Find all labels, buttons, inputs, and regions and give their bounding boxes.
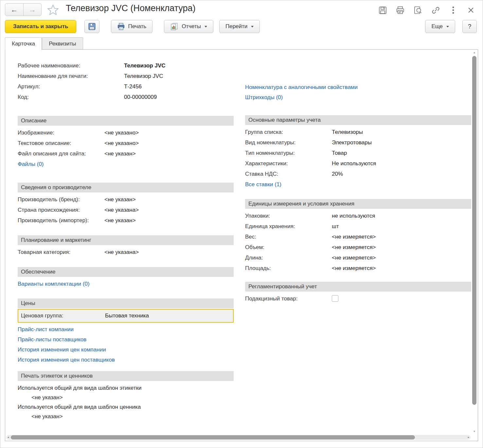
favorite-star-icon[interactable] (47, 4, 59, 16)
reports-button-label: Отчеты (182, 23, 201, 30)
pricetag-template-value[interactable]: <не указан> (18, 412, 234, 421)
back-button[interactable]: ← (5, 4, 23, 16)
scroll-up-arrow-icon[interactable]: ▲ (472, 51, 477, 55)
list-group-value: Телевизоры (332, 127, 471, 137)
price-history-suppliers-link[interactable]: История изменения цен поставщиков (18, 355, 115, 365)
section-labels-printing-title: Печать этикеток и ценников (18, 371, 234, 381)
goto-button[interactable]: Перейти (219, 20, 260, 33)
kit-variants-link[interactable]: Варианты комплектации (0) (18, 279, 90, 289)
price-group-value: Бытовая техника (105, 311, 230, 320)
files-link[interactable]: Файлы (0) (18, 159, 44, 169)
vertical-scrollbar[interactable]: ▲ ▼ (472, 51, 477, 434)
label-template-value[interactable]: <не указан> (18, 393, 234, 402)
price-lists-suppliers-link[interactable]: Прайс-листы поставщиков (18, 335, 86, 345)
titlebar: ← → Телевизор JVC (Номенклатура) (0, 0, 483, 19)
section-prices: Цены Ценовая группа: Бытовая техника Пра… (18, 298, 234, 365)
save-and-close-button[interactable]: Записать и закрыть (5, 20, 76, 33)
field-characteristics: Характеристики: Не используются (245, 159, 471, 169)
area-label: Площадь: (245, 263, 332, 273)
print-icon[interactable] (396, 6, 405, 15)
horizontal-scrollbar[interactable]: ◄ ► (6, 435, 471, 440)
reports-button[interactable]: Отчеты (164, 20, 213, 33)
all-rates-link[interactable]: Все ставки (1) (245, 180, 281, 189)
scroll-right-arrow-icon[interactable]: ► (467, 435, 471, 440)
nomenclature-kind-label: Вид номенклатуры: (245, 138, 332, 148)
save-icon[interactable] (378, 6, 387, 15)
section-manufacturer-title: Сведения о производителе (18, 183, 234, 192)
more-button-label: Еще (431, 23, 443, 30)
print-name-value: Телевизор JVC (124, 71, 234, 81)
tabs: Карточка Реквизиты (5, 37, 478, 50)
link-icon[interactable] (431, 6, 440, 15)
field-code: Код: 00-00000009 (18, 92, 234, 103)
country-value: <не указана> (104, 205, 234, 215)
barcodes-link[interactable]: Штрихкоды (0) (245, 93, 283, 102)
section-accounting-title: Основные параметры учета (245, 115, 471, 125)
field-site-file: Файл описания для сайта: <не указан> (18, 149, 234, 159)
header-fields: Рабочее наименование: Телевизор JVC Наим… (18, 61, 234, 103)
similar-nomenclature-link[interactable]: Номенклатура с аналогичными свойствами (245, 82, 358, 92)
working-name-value: Телевизор JVC (124, 61, 234, 71)
field-length: Длина: <не измеряется> (245, 253, 471, 263)
field-area: Площадь: <не измеряется> (245, 263, 471, 274)
price-history-company-link[interactable]: История изменения цен компании (18, 345, 106, 355)
goto-button-label: Перейти (225, 23, 247, 30)
field-text-description: Текстовое описание: <не указано> (18, 138, 234, 149)
field-nomenclature-kind: Вид номенклатуры: Электротовары (245, 138, 471, 148)
vat-rate-value: 20% (332, 169, 471, 179)
tab-requisites[interactable]: Реквизиты (42, 37, 83, 50)
pricetag-template-caption: Используется общий для вида шаблон ценни… (18, 402, 234, 412)
working-name-label: Рабочее наименование: (18, 61, 124, 71)
excise-checkbox[interactable] (332, 295, 338, 302)
brand-value: <не указан> (104, 195, 234, 205)
nav-history-group: ← → (5, 3, 42, 16)
tab-card[interactable]: Карточка (5, 37, 42, 50)
section-planning-title: Планирование и маркетинг (18, 235, 234, 245)
preview-icon[interactable] (413, 6, 422, 15)
label-template-caption: Используется общий для вида шаблон этике… (18, 383, 234, 393)
vat-rate-label: Ставка НДС: (245, 169, 332, 179)
scroll-down-arrow-icon[interactable]: ▼ (472, 430, 477, 434)
field-print-name: Наименование для печати: Телевизор JVC (18, 71, 234, 82)
image-label: Изображение: (18, 128, 104, 138)
volume-label: Объем: (245, 242, 332, 252)
nomenclature-card-window: ← → Телевизор JVC (Номенклатура) (0, 0, 483, 448)
nomenclature-kind-value: Электротовары (332, 138, 471, 148)
field-nomenclature-type: Тип номенклатуры: Товар (245, 148, 471, 159)
close-icon[interactable] (466, 6, 475, 15)
more-button[interactable]: Еще (425, 20, 455, 33)
field-excise: Подакцизный товар: (245, 294, 471, 305)
text-description-label: Текстовое описание: (18, 138, 104, 148)
field-country: Страна происхождения: <не указана> (18, 205, 234, 216)
section-planning: Планирование и маркетинг Товарная катего… (18, 235, 234, 258)
reports-caret-icon (205, 26, 207, 27)
field-article: Артикул: Т-2456 (18, 82, 234, 92)
text-description-value: <не указано> (104, 138, 234, 148)
price-list-company-link[interactable]: Прайс-лист компании (18, 325, 74, 334)
article-label: Артикул: (18, 82, 124, 92)
goto-caret-icon (251, 26, 254, 27)
forward-button[interactable]: → (23, 4, 41, 16)
price-group-field-highlighted[interactable]: Ценовая группа: Бытовая техника (18, 309, 234, 323)
importer-value: <не указан> (104, 216, 234, 225)
help-button[interactable]: ? (462, 20, 477, 33)
section-units-title: Единицы измерения и условия хранения (245, 199, 471, 209)
print-button-label: Печать (128, 23, 146, 30)
section-supply: Обеспечение Варианты комплектации (0) (18, 267, 234, 289)
section-accounting: Основные параметры учета Группа списка: … (245, 115, 471, 190)
field-category: Товарная категория: <не указана> (18, 247, 234, 258)
kebab-menu-icon[interactable] (449, 6, 458, 15)
print-button[interactable]: Печать (111, 20, 152, 33)
column-gap (234, 61, 245, 434)
image-value: <не указано> (104, 128, 234, 138)
horizontal-scroll-thumb[interactable] (11, 435, 415, 439)
scroll-left-arrow-icon[interactable]: ◄ (6, 435, 10, 440)
vertical-scroll-thumb[interactable] (472, 56, 476, 405)
field-volume: Объем: <не измеряется> (245, 242, 471, 253)
card-pane: Рабочее наименование: Телевизор JVC Наим… (5, 49, 478, 441)
characteristics-value: Не используются (332, 159, 471, 169)
section-description: Описание Изображение: <не указано> Текст… (18, 116, 234, 170)
field-weight: Вес: <не измеряется> (245, 232, 471, 242)
weight-value: <не измеряется> (332, 232, 471, 242)
save-button[interactable] (84, 20, 99, 33)
